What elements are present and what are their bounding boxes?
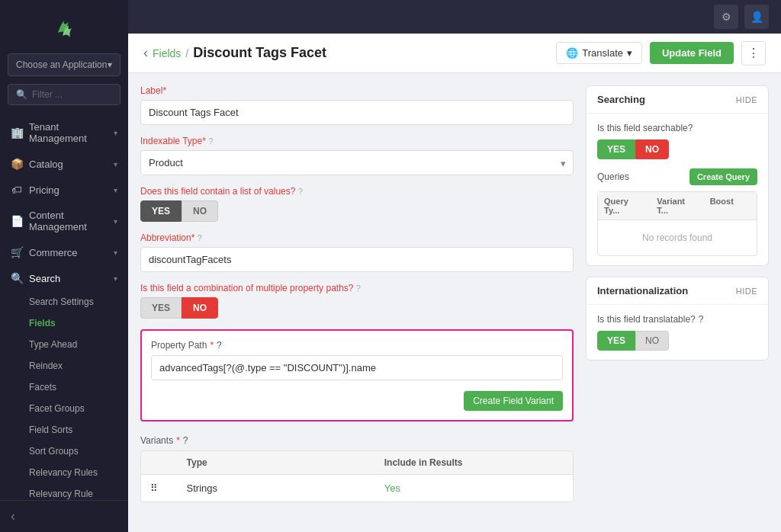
create-field-variant-button[interactable]: Create Field Variant — [464, 391, 563, 411]
searching-panel: Searching HIDE Is this field searchable?… — [586, 85, 769, 266]
app-selector[interactable]: Choose an Application ▾ — [8, 53, 121, 76]
variant-row: ⠿ Strings Yes — [141, 475, 573, 502]
filter-placeholder: Filter ... — [32, 89, 63, 100]
property-path-input[interactable] — [151, 355, 563, 380]
searching-title: Searching — [597, 94, 645, 105]
header-actions: 🌐 Translate ▾ Update Field ⋮ — [556, 41, 766, 66]
sidebar-item-sort-groups[interactable]: Sort Groups — [0, 441, 128, 462]
property-path-label: Property Path* ? — [151, 340, 563, 351]
list-values-yes-button[interactable]: YES — [140, 200, 182, 222]
queries-table: Query Ty... Variant T... Boost No record… — [597, 191, 757, 256]
combination-label: Is this field a combination of multiple … — [140, 283, 574, 293]
indexable-type-select-wrapper: Product ▾ — [140, 150, 574, 175]
drag-handle[interactable]: ⠿ — [141, 475, 178, 502]
abbreviation-input[interactable] — [140, 247, 574, 272]
drag-icon: ⠿ — [150, 482, 158, 494]
sidebar-item-commerce[interactable]: 🛒 Commerce ▾ — [0, 239, 128, 265]
variants-table: Type Include in Results ⠿ Strings Yes — [140, 450, 574, 502]
help-icon[interactable]: ? — [198, 233, 202, 242]
pricing-icon: 🏷 — [11, 184, 23, 196]
sidebar-item-relevancy-rules[interactable]: Relevancy Rules — [0, 462, 128, 483]
user-button[interactable]: 👤 — [744, 5, 769, 29]
sidebar-item-tenant[interactable]: 🏢 Tenant Management ▾ — [0, 114, 128, 151]
help-icon[interactable]: ? — [208, 136, 213, 146]
type-col-header: Type — [178, 451, 375, 474]
sidebar-item-search[interactable]: 🔍 Search ▾ — [0, 265, 128, 291]
list-values-label: Does this field contain a list of values… — [140, 186, 574, 197]
abbreviation-group: Abbreviation* ? — [140, 232, 574, 272]
chevron-down-icon: ▾ — [108, 59, 112, 70]
help-icon[interactable]: ? — [183, 435, 188, 446]
variants-section: Variants* ? Type Include in Results ⠿ St… — [140, 435, 574, 502]
chevron-right-icon: ▾ — [114, 217, 117, 226]
translatable-no-button[interactable]: NO — [635, 331, 669, 351]
variant-include-cell: Yes — [375, 475, 573, 502]
translatable-label: Is this field translatable? ? — [597, 314, 757, 325]
help-icon[interactable]: ? — [217, 340, 222, 351]
sidebar-item-search-settings[interactable]: Search Settings — [0, 291, 128, 312]
help-icon[interactable]: ? — [298, 187, 303, 196]
sidebar-item-type-ahead[interactable]: Type Ahead — [0, 334, 128, 355]
more-options-button[interactable]: ⋮ — [741, 41, 766, 66]
drag-col-header — [141, 451, 178, 474]
sidebar-item-label: Catalog — [29, 159, 63, 170]
searching-hide-button[interactable]: HIDE — [736, 95, 757, 104]
back-button[interactable]: ‹ — [143, 45, 148, 61]
sidebar-item-catalog[interactable]: 📦 Catalog ▾ — [0, 151, 128, 177]
translatable-yes-button[interactable]: YES — [597, 331, 635, 351]
sidebar-item-relevancy-rule-groups[interactable]: Relevancy Rule Groups — [0, 483, 128, 500]
label-field-label: Label* — [140, 85, 574, 96]
searchable-label: Is this field searchable? — [597, 123, 757, 133]
list-values-group: Does this field contain a list of values… — [140, 186, 574, 222]
combination-no-button[interactable]: NO — [182, 297, 218, 319]
label-field-group: Label* — [140, 85, 574, 125]
sidebar-item-facets[interactable]: Facets — [0, 377, 128, 398]
sidebar-item-reindex[interactable]: Reindex — [0, 355, 128, 377]
tenant-icon: 🏢 — [11, 127, 23, 139]
sidebar-item-fields[interactable]: Fields — [0, 312, 128, 334]
queries-label: Queries — [597, 171, 629, 182]
indexable-type-group: Indexable Type* ? Product ▾ — [140, 136, 574, 175]
sidebar-item-pricing[interactable]: 🏷 Pricing ▾ — [0, 177, 128, 203]
sidebar-collapse[interactable]: ‹ — [0, 500, 128, 532]
sidebar: Choose an Application ▾ 🔍 Filter ... 🏢 T… — [0, 0, 128, 532]
search-nav-icon: 🔍 — [11, 272, 23, 284]
variant-type-col: Variant T... — [651, 192, 703, 220]
content-icon: 📄 — [11, 215, 23, 227]
intl-hide-button[interactable]: HIDE — [736, 287, 757, 296]
sidebar-item-content[interactable]: 📄 Content Management ▾ — [0, 203, 128, 239]
sidebar-item-field-sorts[interactable]: Field Sorts — [0, 419, 128, 441]
left-panel: Label* Indexable Type* ? Product ▾ — [140, 85, 574, 520]
combination-group: Is this field a combination of multiple … — [140, 283, 574, 319]
help-icon[interactable]: ? — [699, 314, 704, 325]
search-submenu: Search Settings Fields Type Ahead Reinde… — [0, 291, 128, 500]
intl-title: Internationalization — [597, 285, 688, 296]
sidebar-item-facet-groups[interactable]: Facet Groups — [0, 398, 128, 419]
translate-button[interactable]: 🌐 Translate ▾ — [556, 42, 642, 64]
help-icon[interactable]: ? — [356, 284, 361, 293]
chevron-right-icon: ▾ — [114, 186, 117, 194]
sidebar-filter[interactable]: 🔍 Filter ... — [8, 84, 121, 105]
list-values-toggle: YES NO — [140, 200, 574, 222]
sidebar-nav: 🏢 Tenant Management ▾ 📦 Catalog ▾ 🏷 Pric… — [0, 114, 128, 500]
searchable-yes-button[interactable]: YES — [597, 139, 635, 159]
update-field-button[interactable]: Update Field — [650, 42, 734, 64]
page-header: ‹ Fields / Discount Tags Facet 🌐 Transla… — [128, 34, 781, 73]
settings-button[interactable]: ⚙ — [714, 5, 738, 29]
page-title: Discount Tags Facet — [193, 45, 326, 61]
sidebar-item-label: Commerce — [29, 247, 78, 258]
indexable-type-label: Indexable Type* ? — [140, 136, 574, 146]
indexable-type-select[interactable]: Product — [140, 150, 574, 175]
catalog-icon: 📦 — [11, 158, 23, 170]
searchable-no-button[interactable]: NO — [635, 139, 669, 159]
searchable-toggle: YES NO — [597, 139, 757, 159]
variants-table-header: Type Include in Results — [141, 451, 573, 475]
variant-type-cell: Strings — [178, 475, 375, 502]
create-query-button[interactable]: Create Query — [689, 168, 757, 185]
chevron-right-icon: ▾ — [114, 248, 117, 257]
settings-icon: ⚙ — [722, 11, 731, 23]
combination-yes-button[interactable]: YES — [140, 297, 182, 319]
label-input[interactable] — [140, 100, 574, 125]
breadcrumb-parent[interactable]: Fields — [153, 47, 181, 59]
list-values-no-button[interactable]: NO — [182, 200, 218, 222]
